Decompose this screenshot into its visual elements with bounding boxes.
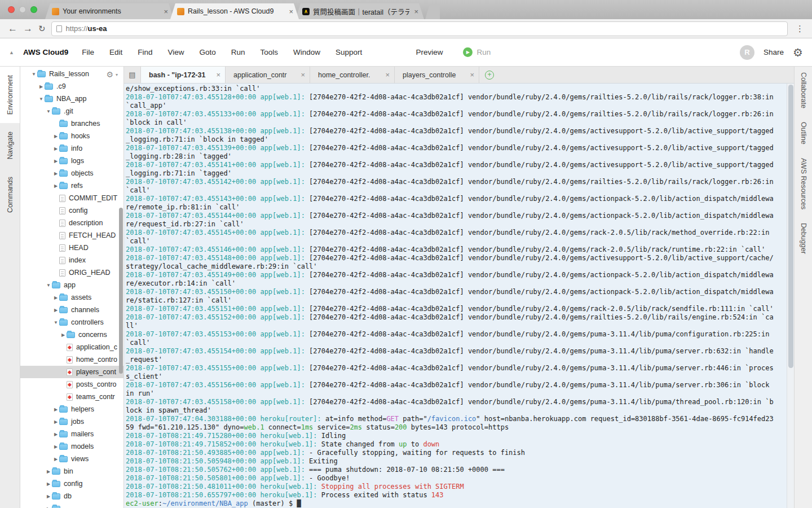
chevron-right-icon[interactable]: ▶: [52, 183, 59, 189]
left-rail-tab-navigate[interactable]: Navigate: [0, 123, 20, 168]
menu-run[interactable]: Run: [231, 48, 245, 56]
new-terminal-tab-button[interactable]: +: [485, 67, 494, 83]
tree-item-models[interactable]: ▶models: [20, 440, 123, 453]
forward-icon[interactable]: →: [23, 24, 33, 33]
tree-item-db[interactable]: ▶db: [20, 490, 123, 502]
tree-item-partial[interactable]: ▶: [20, 502, 123, 508]
run-button[interactable]: ▶ Run: [460, 45, 497, 59]
menu-window[interactable]: Window: [293, 48, 320, 56]
menu-support[interactable]: Support: [336, 48, 362, 56]
terminal-scrollbar[interactable]: [788, 85, 793, 368]
browser-tab[interactable]: ∧質問投稿画面｜teratail（テラティ×: [295, 3, 424, 19]
settings-gear-icon[interactable]: ⚙: [793, 46, 803, 59]
tree-item-COMMIT_EDIT[interactable]: COMMIT_EDIT: [20, 192, 123, 204]
tree-item-application_c[interactable]: ◆application_c: [20, 341, 123, 353]
close-tab-icon[interactable]: ×: [413, 7, 420, 16]
tree-item-bin[interactable]: ▶bin: [20, 465, 123, 478]
right-rail-tab-outline[interactable]: Outline: [800, 122, 807, 144]
tree-item-HEAD[interactable]: HEAD: [20, 242, 123, 254]
address-bar[interactable]: https:// us-ea: [51, 21, 788, 36]
menu-view[interactable]: View: [167, 48, 184, 56]
tree-scrollbar[interactable]: [119, 208, 123, 374]
close-window-button[interactable]: [8, 6, 15, 13]
close-tab-icon[interactable]: ×: [216, 71, 220, 79]
avatar[interactable]: R: [740, 45, 754, 60]
close-tab-icon[interactable]: ×: [385, 71, 390, 79]
chevron-right-icon[interactable]: ▶: [60, 332, 67, 338]
chevron-right-icon[interactable]: ▶: [52, 432, 59, 437]
terminal-tab[interactable]: players_controlle×: [395, 67, 479, 83]
chevron-right-icon[interactable]: ▶: [45, 481, 52, 487]
chevron-down-icon[interactable]: ▼: [52, 320, 59, 325]
right-rail-tab-collaborate[interactable]: Collaborate: [800, 72, 807, 108]
tree-item-mailers[interactable]: ▶mailers: [20, 428, 123, 440]
tree-item-assets[interactable]: ▶assets: [20, 291, 123, 304]
tree-item-logs[interactable]: ▶logs: [20, 155, 123, 167]
chevron-right-icon[interactable]: ▶: [52, 457, 59, 462]
tree-item-FETCH_HEAD[interactable]: FETCH_HEAD: [20, 229, 123, 242]
right-rail-tab-debugger[interactable]: Debugger: [800, 223, 807, 254]
tree-item-index[interactable]: index: [20, 254, 123, 266]
menu-edit[interactable]: Edit: [109, 48, 122, 56]
chevron-right-icon[interactable]: ▶: [45, 506, 52, 508]
tree-item-home_contro[interactable]: ◆home_contro: [20, 353, 123, 366]
chevron-right-icon[interactable]: ▶: [52, 146, 59, 151]
chevron-right-icon[interactable]: ▶: [52, 159, 59, 164]
tree-item-teams_contr[interactable]: ◆teams_contr: [20, 391, 123, 403]
menu-file[interactable]: File: [82, 48, 94, 56]
back-icon[interactable]: ←: [8, 24, 17, 33]
tree-item-views[interactable]: ▶views: [20, 453, 123, 465]
chevron-right-icon[interactable]: ▶: [52, 444, 59, 449]
chevron-down-icon[interactable]: ▼: [45, 109, 52, 114]
menu-goto[interactable]: Goto: [200, 48, 216, 56]
tree-item-branches[interactable]: branches: [20, 117, 123, 130]
chevron-right-icon[interactable]: ▶: [38, 84, 45, 89]
tree-item-hooks[interactable]: ▶hooks: [20, 130, 123, 142]
tree-item-posts_contro[interactable]: ◆posts_contro: [20, 378, 123, 391]
chevron-down-icon[interactable]: ▼: [38, 97, 45, 102]
terminal-tab[interactable]: bash - "ip-172-31×: [141, 67, 226, 83]
browser-tab[interactable]: Rails_lesson - AWS Cloud9×: [170, 3, 299, 19]
close-tab-icon[interactable]: ×: [162, 7, 169, 16]
close-tab-icon[interactable]: ×: [288, 7, 294, 16]
browser-tab[interactable]: Your environments×: [45, 3, 174, 19]
reload-icon[interactable]: ↻: [38, 24, 46, 34]
tree-item-players_cont[interactable]: ◆players_cont: [20, 366, 123, 378]
chevron-right-icon[interactable]: ▶: [52, 295, 59, 300]
collapse-menubar-icon[interactable]: ▲: [9, 50, 14, 55]
chevron-right-icon[interactable]: ▶: [45, 494, 52, 499]
chevron-right-icon[interactable]: ▶: [45, 469, 52, 474]
tree-item-objects[interactable]: ▶objects: [20, 167, 123, 179]
tab-list-icon[interactable]: ▤: [124, 67, 141, 83]
new-tab-button[interactable]: [425, 5, 440, 19]
tree-item-app[interactable]: ▼app: [20, 279, 123, 291]
share-button[interactable]: Share: [764, 48, 784, 56]
tree-item-channels[interactable]: ▶channels: [20, 304, 123, 316]
terminal-tab[interactable]: application_contr×: [226, 67, 310, 83]
tree-item-.c9[interactable]: ▶.c9: [20, 80, 123, 93]
chevron-down-icon[interactable]: ▼: [30, 72, 37, 77]
menu-find[interactable]: Find: [138, 48, 152, 56]
chevron-right-icon[interactable]: ▶: [52, 419, 59, 424]
tree-item-helpers[interactable]: ▶helpers: [20, 403, 123, 415]
tree-item-NBA_app[interactable]: ▼NBA_app: [20, 93, 123, 105]
terminal[interactable]: e/show_exceptions.rb:33:in `call'2018-07…: [124, 84, 778, 508]
left-rail-tab-environment[interactable]: Environment: [0, 67, 20, 123]
tree-item-concerns[interactable]: ▶concerns: [20, 329, 123, 341]
menu-tools[interactable]: Tools: [261, 48, 279, 56]
close-tab-icon[interactable]: ×: [470, 71, 474, 79]
tree-item-info[interactable]: ▶info: [20, 142, 123, 155]
zoom-window-button[interactable]: [30, 6, 37, 13]
tree-item-config[interactable]: ▶config: [20, 478, 123, 490]
tree-item-jobs[interactable]: ▶jobs: [20, 415, 123, 428]
tree-item-.git[interactable]: ▼.git: [20, 105, 123, 117]
tree-item-description[interactable]: description: [20, 217, 123, 229]
chevron-down-icon[interactable]: ▼: [45, 283, 52, 288]
tree-item-config[interactable]: config: [20, 204, 123, 217]
minimize-window-button[interactable]: [19, 6, 26, 13]
tree-item-controllers[interactable]: ▼controllers: [20, 316, 123, 329]
chevron-right-icon[interactable]: ▶: [52, 134, 59, 139]
browser-menu-icon[interactable]: ⋮: [793, 24, 806, 34]
tree-item-ORIG_HEAD[interactable]: ORIG_HEAD: [20, 266, 123, 279]
preview-menu[interactable]: Preview: [416, 48, 443, 56]
